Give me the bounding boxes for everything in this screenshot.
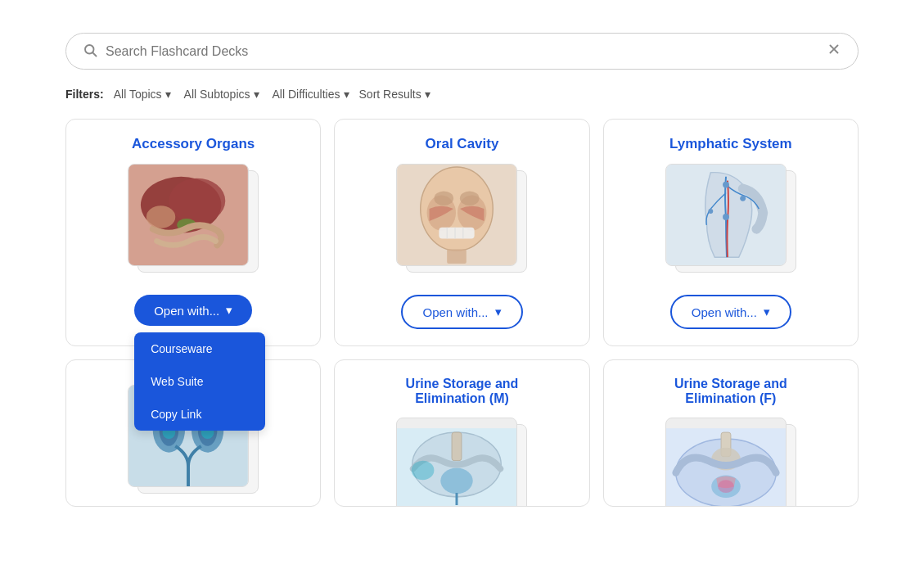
svg-rect-19 [448,249,467,264]
open-with-button-lymphatic[interactable]: Open with... ▾ [670,295,791,329]
svg-point-24 [708,209,713,214]
svg-point-21 [723,182,729,188]
clear-search-button[interactable] [827,42,841,61]
svg-point-42 [718,480,734,493]
dropdown-chevron-lymphatic: ▾ [764,305,770,319]
svg-point-23 [723,214,729,220]
card-img-front-lymphatic [665,164,787,266]
card-oral-cavity: Oral Cavity [334,119,589,346]
dropdown-copylink[interactable]: Copy Link [134,398,265,431]
subtopics-filter[interactable]: All Subtopics ▾ [181,86,263,102]
card-bottom-oral: Open with... ▾ [348,295,575,329]
search-input[interactable] [106,44,827,59]
svg-point-8 [146,205,175,228]
card-image-lymphatic [665,164,796,278]
card-image-urine-f [665,418,796,473]
svg-line-1 [92,52,96,56]
card-urine-m: Urine Storage andElimination (M) [334,359,589,507]
svg-point-35 [441,468,473,494]
svg-point-36 [412,461,435,481]
svg-point-13 [435,191,454,205]
difficulties-chevron: ▾ [344,88,349,101]
filters-label: Filters: [65,88,104,101]
svg-point-22 [740,196,746,201]
open-with-button-accessory[interactable]: Open with... ▾ [134,295,252,326]
sort-filter[interactable]: Sort Results ▾ [359,88,430,101]
card-lymphatic-system: Lymphatic System [603,119,859,346]
card-urine-f: Urine Storage andElimination (F) [603,359,859,507]
dropdown-menu-accessory: Courseware Web Suite Copy Link [134,332,265,431]
dropdown-courseware[interactable]: Courseware [134,332,265,365]
sort-label: Sort Results [359,88,421,101]
search-bar [65,33,859,70]
card-title-oral: Oral Cavity [426,136,499,152]
sort-chevron: ▾ [425,88,430,101]
search-icon [83,43,97,61]
svg-rect-15 [439,228,475,239]
card-title-accessory: Accessory Organs [132,136,255,152]
card-img-front-um [396,418,517,507]
card-img-front-accessory [128,164,249,266]
dropdown-chevron-accessory: ▾ [226,303,232,318]
topics-label: All Topics [114,88,162,101]
dropdown-websuite[interactable]: Web Suite [134,365,265,398]
difficulties-filter[interactable]: All Difficulties ▾ [269,86,353,102]
card-accessory-organs: Accessory Organs [65,119,321,346]
card-title-urine-m: Urine Storage andElimination (M) [406,377,519,406]
svg-point-6 [169,178,226,224]
topics-filter[interactable]: All Topics ▾ [110,86,174,102]
card-img-front-oral [396,164,517,266]
dropdown-chevron-oral: ▾ [495,305,502,319]
svg-rect-34 [453,432,462,461]
card-grid: Accessory Organs [65,119,859,507]
card-bottom-accessory: Open with... ▾ Courseware Web Suite Copy… [79,295,307,326]
card-image-urine-m [396,418,527,473]
filters-bar: Filters: All Topics ▾ All Subtopics ▾ Al… [65,86,859,102]
card-bottom-lymphatic: Open with... ▾ [617,295,845,329]
svg-point-14 [460,191,480,205]
card-title-urine-f: Urine Storage andElimination (F) [674,377,787,406]
topics-chevron: ▾ [165,88,171,101]
subtopics-label: All Subtopics [184,88,250,101]
open-with-dropdown-accessory: Open with... ▾ Courseware Web Suite Copy… [134,295,252,326]
difficulties-label: All Difficulties [273,88,340,101]
card-image-oral [396,164,527,278]
card-img-front-uf [665,418,787,507]
open-with-button-oral[interactable]: Open with... ▾ [401,295,522,329]
card-title-lymphatic: Lymphatic System [669,136,792,152]
card-image-accessory [128,164,259,278]
subtopics-chevron: ▾ [254,88,259,101]
